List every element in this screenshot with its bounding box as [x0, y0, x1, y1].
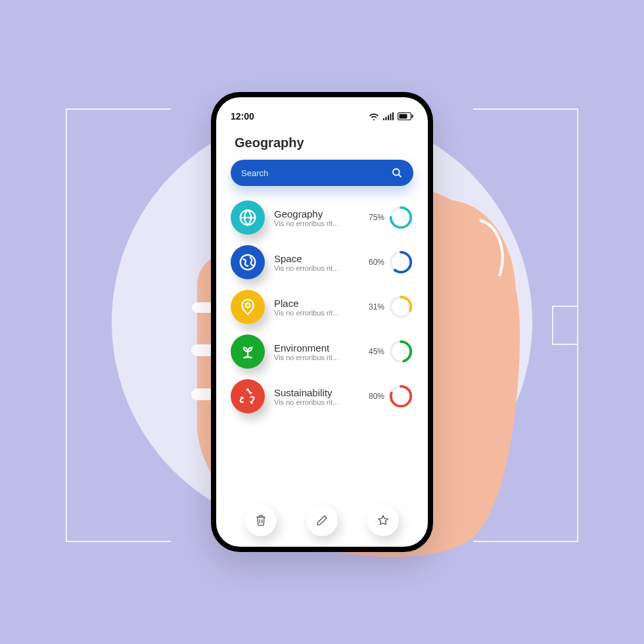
phone-screen: 12:00 Geography Search Geography Vis no … — [216, 97, 428, 547]
bottom-actions — [231, 497, 413, 536]
svg-point-16 — [246, 303, 250, 308]
search-icon — [391, 167, 403, 179]
phone-frame: 12:00 Geography Search Geography Vis no … — [211, 92, 433, 552]
item-text: Geography Vis no erroribus rit... — [274, 208, 363, 227]
progress-ring — [388, 294, 413, 319]
signal-icon — [383, 112, 394, 120]
progress-ring — [388, 250, 413, 275]
earth-icon — [231, 245, 265, 279]
progress: 80% — [373, 384, 413, 409]
trash-button[interactable] — [245, 505, 277, 536]
item-subtitle: Vis no erroribus rit... — [274, 264, 363, 272]
item-subtitle: Vis no erroribus rit... — [274, 309, 363, 317]
edit-button[interactable] — [306, 505, 338, 536]
search-bar[interactable]: Search — [231, 160, 413, 186]
progress: 45% — [373, 339, 413, 364]
svg-rect-2 — [388, 116, 389, 121]
plant-icon — [231, 334, 265, 369]
list-item-space[interactable]: Space Vis no erroribus rit... 60% — [231, 242, 413, 282]
svg-rect-6 — [412, 115, 413, 118]
item-subtitle: Vis no erroribus rit... — [274, 398, 363, 406]
item-text: Space Vis no erroribus rit... — [274, 253, 363, 272]
item-title: Geography — [274, 208, 363, 219]
item-subtitle: Vis no erroribus rit... — [274, 354, 363, 361]
progress-label: 45% — [369, 347, 384, 356]
search-placeholder: Search — [241, 168, 391, 178]
star-button[interactable] — [367, 505, 399, 536]
pencil-icon — [315, 514, 329, 527]
globe-icon — [231, 200, 265, 235]
item-title: Place — [274, 298, 363, 309]
progress-label: 31% — [369, 302, 384, 311]
star-icon — [377, 514, 390, 527]
list-item-geography[interactable]: Geography Vis no erroribus rit... 75% — [231, 198, 413, 237]
pin-icon — [231, 290, 265, 324]
progress: 60% — [373, 250, 413, 275]
wifi-icon — [369, 112, 379, 120]
progress-label: 75% — [369, 213, 384, 222]
battery-icon — [398, 112, 413, 120]
item-text: Place Vis no erroribus rit... — [274, 298, 363, 317]
list-item-environment[interactable]: Environment Vis no erroribus rit... 45% — [231, 332, 413, 371]
status-bar: 12:00 — [231, 109, 413, 124]
status-time: 12:00 — [231, 111, 254, 122]
status-icons — [369, 112, 413, 120]
progress-label: 60% — [369, 258, 384, 267]
item-title: Space — [274, 253, 363, 264]
svg-rect-7 — [400, 114, 407, 119]
progress-label: 80% — [369, 392, 384, 401]
recycle-icon — [231, 379, 265, 413]
trash-icon — [254, 514, 267, 527]
item-subtitle: Vis no erroribus rit... — [274, 219, 363, 227]
svg-rect-0 — [383, 118, 384, 120]
page-title: Geography — [235, 135, 413, 150]
progress: 31% — [373, 294, 413, 319]
list-item-place[interactable]: Place Vis no erroribus rit... 31% — [231, 287, 413, 327]
item-text: Sustainability Vis no erroribus rit... — [274, 387, 363, 406]
list-item-sustainability[interactable]: Sustainability Vis no erroribus rit... 8… — [231, 377, 413, 416]
progress-ring — [388, 384, 413, 409]
svg-rect-1 — [386, 117, 387, 120]
svg-rect-4 — [392, 112, 394, 120]
topic-list: Geography Vis no erroribus rit... 75% Sp… — [231, 198, 413, 497]
progress-ring — [388, 205, 413, 230]
svg-point-13 — [241, 255, 256, 270]
item-title: Sustainability — [274, 387, 363, 398]
progress: 75% — [373, 205, 413, 230]
item-text: Environment Vis no erroribus rit... — [274, 342, 363, 361]
svg-rect-3 — [390, 114, 392, 120]
svg-line-9 — [398, 174, 401, 177]
progress-ring — [388, 339, 413, 364]
item-title: Environment — [274, 342, 363, 354]
